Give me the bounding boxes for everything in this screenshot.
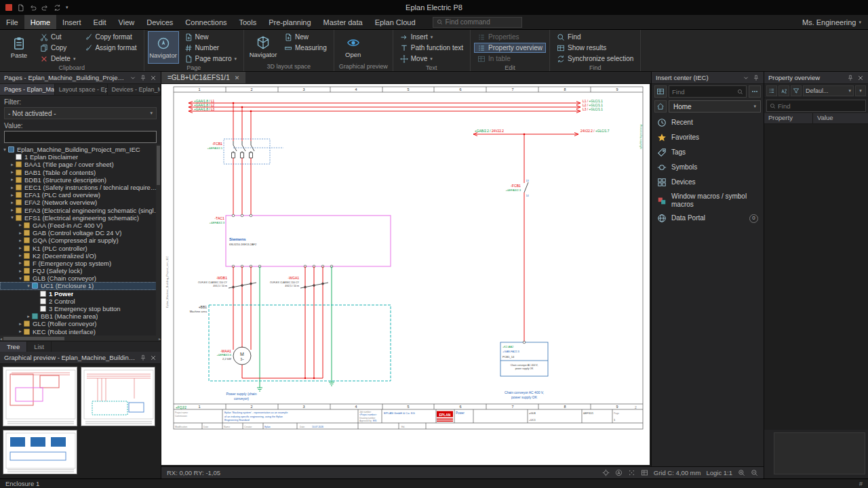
tree-item[interactable]: 2 Control: [0, 298, 161, 305]
insert-center-item[interactable]: Recent: [652, 115, 764, 130]
zoom-out-icon[interactable]: [751, 469, 758, 476]
tree-item[interactable]: ▸ EFA3 (Electrical engineering schematic…: [0, 207, 161, 214]
insert-center-item[interactable]: Window macros / symbol macros: [652, 190, 764, 211]
tree-item[interactable]: ▾ Eplan_Machine_Building_Project_mm_IEC: [0, 146, 161, 153]
tree-item[interactable]: ▸ BAA1 (Title page / cover sheet): [0, 161, 161, 168]
tree-expander-icon[interactable]: ▸: [25, 314, 32, 319]
home-button[interactable]: [654, 100, 667, 113]
drawing-canvas[interactable]: 1 2 3 4 5 6 7 8 9 1 2: [161, 84, 650, 465]
tree-item[interactable]: ▸ K1 (PLC controller): [0, 244, 161, 251]
show-results-button[interactable]: Show results: [553, 43, 637, 53]
quick-access-chevron-icon[interactable]: ▾: [66, 5, 68, 10]
tree-item[interactable]: ▸ FQJ (Safety lock): [0, 267, 161, 274]
page-macro-button[interactable]: Page macro▾: [181, 54, 240, 64]
copy-button[interactable]: Copy: [37, 43, 79, 53]
tree-item[interactable]: ▸ GAA (Feed-in AC 400 V): [0, 222, 161, 229]
breadcrumb[interactable]: Home ▾: [669, 100, 761, 113]
in-table-button[interactable]: In table: [474, 54, 546, 64]
tree-item[interactable]: ▸ BAB1 (Table of contents): [0, 169, 161, 176]
user-name[interactable]: Ms. Engineering: [802, 18, 856, 26]
page-new-button[interactable]: New: [181, 32, 240, 42]
tree-expander-icon[interactable]: ▸: [17, 268, 24, 274]
close-icon[interactable]: [857, 75, 864, 81]
pin-icon[interactable]: [753, 75, 760, 81]
value-input[interactable]: [4, 131, 157, 143]
filter-select[interactable]: - Not activated -▾: [4, 107, 157, 119]
tree-expander-icon[interactable]: ▸: [17, 238, 24, 243]
tree-expander-icon[interactable]: ▸: [9, 185, 16, 190]
tree-expander-icon[interactable]: ▾: [25, 283, 32, 289]
insert-center-item[interactable]: Data Portal 0: [652, 211, 764, 226]
menu-item[interactable]: Insert: [56, 15, 87, 29]
grid-snap-icon[interactable]: [628, 469, 635, 476]
open-preview-button[interactable]: Open: [338, 31, 369, 62]
insert-center-search-input[interactable]: [672, 88, 735, 96]
tree-list-tab[interactable]: List: [27, 342, 52, 352]
cut-button[interactable]: Cut: [37, 32, 79, 42]
menu-item[interactable]: Devices: [140, 15, 179, 29]
tree-expander-icon[interactable]: ▸: [9, 169, 16, 175]
tree-item[interactable]: 1 Eplan Disclaimer: [0, 153, 161, 161]
insert-center-item[interactable]: Tags: [652, 145, 764, 160]
tree-expander-icon[interactable]: ▾: [1, 147, 8, 152]
tree-expander-icon[interactable]: ▸: [17, 222, 24, 228]
tree-expander-icon[interactable]: ▸: [9, 192, 16, 198]
tree-item[interactable]: ▸ EFA1 (PLC card overview): [0, 191, 161, 199]
layout-navigator-button[interactable]: Navigator: [248, 31, 279, 62]
tree-expander-icon[interactable]: ▸: [17, 253, 24, 258]
filter-button[interactable]: [791, 85, 802, 96]
tree-expander-icon[interactable]: ▾: [17, 276, 24, 281]
page-number-button[interactable]: Number: [181, 43, 240, 53]
preview-thumbnail-1[interactable]: [3, 367, 77, 426]
tree-vertical-scrollbar[interactable]: [156, 144, 161, 336]
grid-icon[interactable]: [641, 469, 648, 476]
tree-expander-icon[interactable]: ▸: [17, 329, 24, 334]
tree-expander-icon[interactable]: ▸: [9, 200, 16, 205]
redo-icon[interactable]: [41, 4, 49, 12]
pin-icon[interactable]: [140, 354, 146, 361]
property-search-input[interactable]: [778, 102, 863, 110]
property-column-header[interactable]: Property: [764, 113, 813, 123]
tree-item[interactable]: ▸ EFA2 (Network overview): [0, 199, 161, 206]
scheme-select[interactable]: Defaul...▾: [803, 85, 854, 96]
path-function-text-button[interactable]: Path function text: [397, 43, 467, 53]
tree-item[interactable]: ▾ GLB (Chain conveyor): [0, 274, 161, 282]
layout-new-button[interactable]: New: [281, 32, 330, 42]
copy-format-button[interactable]: Copy format: [81, 32, 140, 42]
undo-icon[interactable]: [29, 4, 37, 12]
menu-item[interactable]: Edit: [87, 15, 113, 29]
tree-list-tab[interactable]: Tree: [0, 342, 27, 352]
find-button[interactable]: Find: [553, 32, 637, 42]
paste-button[interactable]: Paste: [3, 31, 35, 64]
synchronize-selection-button[interactable]: Synchronize selection: [553, 54, 637, 64]
find-command-box[interactable]: [433, 17, 522, 28]
editor-tab[interactable]: =GLB+UC1&EFS1/1✕: [161, 72, 245, 83]
menu-item[interactable]: View: [113, 15, 141, 29]
tree-expander-icon[interactable]: ▾: [9, 215, 16, 220]
crosshair-icon[interactable]: [602, 469, 610, 476]
properties-button[interactable]: Properties: [474, 32, 546, 42]
tree-expander-icon[interactable]: ▸: [9, 162, 16, 167]
grid-size[interactable]: Grid C: 4,00 mm: [654, 469, 701, 476]
menu-item[interactable]: Master data: [317, 15, 369, 29]
menu-item[interactable]: Home: [24, 15, 56, 29]
tree-expander-icon[interactable]: ▸: [17, 245, 24, 251]
pin-icon[interactable]: [140, 75, 146, 81]
assign-format-button[interactable]: Assign format: [81, 43, 140, 53]
save-icon[interactable]: [17, 4, 24, 12]
insert-center-item[interactable]: Devices: [652, 175, 764, 190]
text-move-button[interactable]: Move▾: [397, 54, 467, 64]
property-table-body[interactable]: [764, 124, 868, 430]
menu-item[interactable]: Pre-planning: [262, 15, 317, 29]
panel-tab[interactable]: Devices - Eplan_M...: [108, 84, 161, 95]
object-snap-icon[interactable]: [615, 469, 623, 476]
tree-expander-icon[interactable]: ▸: [17, 260, 24, 266]
tree-item[interactable]: ▸ KEC (Robot interface): [0, 328, 161, 336]
menu-item[interactable]: Tools: [233, 15, 263, 29]
insert-center-item[interactable]: Favorites: [652, 130, 764, 145]
insert-center-search[interactable]: [669, 85, 747, 98]
tab-close-icon[interactable]: ✕: [235, 75, 240, 81]
scheme-dropdown-button[interactable]: ▾: [855, 85, 866, 96]
tree-item[interactable]: ▸ BB1 (Machine area): [0, 312, 161, 320]
tree-item[interactable]: ▸ GLC (Roller conveyor): [0, 320, 161, 327]
